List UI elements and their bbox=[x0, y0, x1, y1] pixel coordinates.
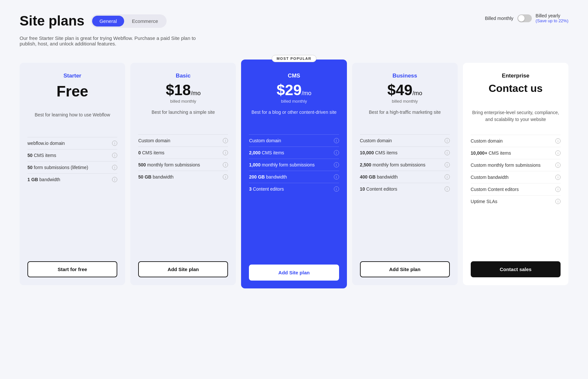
cms-features: Custom domain i 2,000 CMS items i 1,000 … bbox=[249, 134, 339, 255]
tab-group: General Ecommerce bbox=[91, 14, 166, 28]
plan-enterprise: Enterprise Contact us Bring enterprise-l… bbox=[463, 63, 568, 285]
feature-item: 0 CMS items i bbox=[138, 146, 228, 159]
feature-item: 500 monthly form submissions i bbox=[138, 159, 228, 171]
page-subtitle: Our free Starter Site plan is great for … bbox=[20, 35, 209, 46]
business-desc: Best for a high-traffic marketing site bbox=[360, 109, 450, 125]
billing-toggle-area: Billed monthly Billed yearly (Save up to… bbox=[485, 13, 568, 23]
basic-features: Custom domain i 0 CMS items i 500 monthl… bbox=[138, 134, 228, 251]
info-icon[interactable]: i bbox=[223, 162, 228, 167]
business-price-value: $49 bbox=[387, 81, 413, 98]
feature-text: Uptime SLAs bbox=[471, 199, 553, 204]
basic-cta-button[interactable]: Add Site plan bbox=[138, 261, 228, 277]
feature-item: 50 GB bandwidth i bbox=[138, 171, 228, 183]
basic-price: $18/mo bbox=[138, 82, 228, 97]
business-price-suffix: /mo bbox=[413, 90, 422, 96]
feature-item: 50 CMS items i bbox=[27, 149, 117, 161]
info-icon[interactable]: i bbox=[334, 186, 339, 192]
info-icon[interactable]: i bbox=[223, 174, 228, 180]
info-icon[interactable]: i bbox=[555, 163, 561, 168]
feature-text: webflow.io domain bbox=[27, 141, 109, 146]
starter-cta-button[interactable]: Start for free bbox=[27, 261, 117, 277]
feature-item: Custom domain i bbox=[471, 135, 561, 147]
feature-item: Custom domain i bbox=[249, 134, 339, 146]
info-icon[interactable]: i bbox=[555, 138, 561, 144]
business-billed: billed monthly bbox=[360, 99, 450, 104]
feature-text: 50 GB bandwidth bbox=[138, 174, 220, 180]
feature-item: 2,000 CMS items i bbox=[249, 146, 339, 159]
info-icon[interactable]: i bbox=[555, 150, 561, 156]
enterprise-cta: Contact sales bbox=[471, 261, 561, 277]
basic-price-suffix: /mo bbox=[191, 90, 201, 96]
business-name: Business bbox=[360, 73, 450, 79]
feature-text: Custom domain bbox=[360, 138, 442, 143]
feature-text: 50 CMS items bbox=[27, 153, 109, 158]
feature-text: 2,000 CMS items bbox=[249, 150, 331, 155]
business-cta-button[interactable]: Add Site plan bbox=[360, 261, 450, 277]
feature-text: 10,000+ CMS items bbox=[471, 150, 553, 156]
starter-desc: Best for learning how to use Webflow bbox=[27, 112, 117, 127]
cms-cta-button[interactable]: Add Site plan bbox=[249, 265, 339, 281]
feature-item: 50 form submissions (lifetime) i bbox=[27, 161, 117, 173]
business-features: Custom domain i 10,000 CMS items i 2,500… bbox=[360, 134, 450, 251]
business-cta: Add Site plan bbox=[360, 261, 450, 277]
feature-item: 200 GB bandwidth i bbox=[249, 171, 339, 183]
feature-item: 1,000 monthly form submissions i bbox=[249, 159, 339, 171]
cms-billed: billed monthly bbox=[249, 99, 339, 104]
info-icon[interactable]: i bbox=[445, 162, 450, 167]
billing-toggle[interactable] bbox=[517, 14, 532, 22]
enterprise-desc: Bring enterprise-level security, complia… bbox=[471, 109, 561, 125]
cms-desc: Best for a blog or other content-driven … bbox=[249, 109, 339, 125]
basic-desc: Best for launching a simple site bbox=[138, 109, 228, 125]
info-icon[interactable]: i bbox=[334, 138, 339, 143]
feature-item: Custom bandwidth i bbox=[471, 171, 561, 183]
info-icon[interactable]: i bbox=[112, 153, 117, 158]
starter-name: Starter bbox=[27, 73, 117, 79]
plan-business: Business $49/mo billed monthly Best for … bbox=[352, 63, 458, 285]
starter-billed bbox=[27, 101, 117, 106]
info-icon[interactable]: i bbox=[555, 175, 561, 180]
plans-container: Starter Free Best for learning how to us… bbox=[20, 63, 568, 288]
info-icon[interactable]: i bbox=[555, 187, 561, 192]
info-icon[interactable]: i bbox=[334, 150, 339, 155]
feature-text: Custom bandwidth bbox=[471, 175, 553, 180]
feature-text: Custom domain bbox=[471, 138, 553, 144]
enterprise-price: Contact us bbox=[471, 82, 561, 95]
info-icon[interactable]: i bbox=[112, 177, 117, 182]
enterprise-billed bbox=[471, 99, 561, 104]
plan-cms: MOST POPULAR CMS $29/mo billed monthly B… bbox=[241, 60, 347, 288]
feature-text: 400 GB bandwidth bbox=[360, 174, 442, 180]
enterprise-cta-button[interactable]: Contact sales bbox=[471, 261, 561, 277]
billing-yearly-label: Billed yearly bbox=[536, 13, 560, 18]
info-icon[interactable]: i bbox=[445, 150, 450, 155]
feature-text: 10 Content editors bbox=[360, 186, 442, 192]
tab-ecommerce[interactable]: Ecommerce bbox=[125, 16, 165, 26]
basic-billed: billed monthly bbox=[138, 99, 228, 104]
info-icon[interactable]: i bbox=[334, 162, 339, 167]
feature-item: 3 Content editors i bbox=[249, 183, 339, 195]
starter-price: Free bbox=[27, 82, 117, 100]
cms-price-suffix: /mo bbox=[302, 90, 311, 96]
starter-features: webflow.io domain i 50 CMS items i 50 fo… bbox=[27, 137, 117, 251]
info-icon[interactable]: i bbox=[445, 174, 450, 180]
info-icon[interactable]: i bbox=[445, 186, 450, 192]
tab-general[interactable]: General bbox=[92, 16, 124, 26]
feature-text: 500 monthly form submissions bbox=[138, 162, 220, 167]
info-icon[interactable]: i bbox=[223, 138, 228, 143]
feature-item: webflow.io domain i bbox=[27, 137, 117, 149]
info-icon[interactable]: i bbox=[334, 174, 339, 180]
feature-text: 50 form submissions (lifetime) bbox=[27, 165, 109, 170]
feature-text: Custom monthly form submissions bbox=[471, 163, 553, 168]
feature-item: Custom monthly form submissions i bbox=[471, 159, 561, 171]
info-icon[interactable]: i bbox=[112, 141, 117, 146]
feature-text: 1 GB bandwidth bbox=[27, 177, 109, 182]
info-icon[interactable]: i bbox=[223, 150, 228, 155]
most-popular-badge: MOST POPULAR bbox=[272, 55, 317, 62]
starter-cta: Start for free bbox=[27, 261, 117, 277]
plan-basic: Basic $18/mo billed monthly Best for lau… bbox=[130, 63, 236, 285]
feature-text: Custom domain bbox=[249, 138, 331, 143]
info-icon[interactable]: i bbox=[112, 165, 117, 170]
info-icon[interactable]: i bbox=[555, 199, 561, 204]
basic-cta: Add Site plan bbox=[138, 261, 228, 277]
enterprise-name: Enterprise bbox=[471, 73, 561, 79]
info-icon[interactable]: i bbox=[445, 138, 450, 143]
